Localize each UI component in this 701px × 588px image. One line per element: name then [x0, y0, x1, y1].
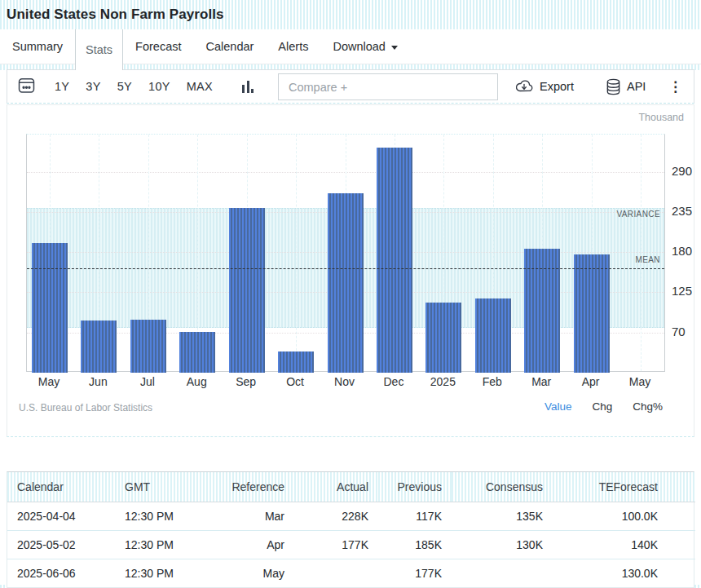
col-teforecast: TEForecast	[553, 472, 695, 502]
cell-calendar: 2025-04-04	[7, 502, 115, 530]
tab-summary-label: Summary	[12, 40, 63, 53]
col-gmt: GMT	[115, 472, 213, 502]
table-row[interactable]: 2025-04-04 12:30 PM Mar 228K 117K 135K 1…	[7, 502, 695, 530]
table-row[interactable]: 2025-06-06 12:30 PM May 177K 130.0K	[7, 559, 695, 587]
y-tick-label: 235	[672, 204, 692, 219]
date-range-button[interactable]	[17, 76, 36, 95]
cell-previous: 185K	[378, 530, 452, 559]
x-tick-label: Jun	[72, 375, 124, 388]
tab-forecast-label: Forecast	[135, 40, 181, 53]
col-reference: Reference	[213, 472, 294, 502]
tab-alerts-label: Alerts	[278, 40, 308, 53]
cell-gmt: 12:30 PM	[115, 559, 213, 587]
bar-Jun[interactable]	[81, 321, 117, 373]
x-axis-labels: MayJunJulAugSepOctNovDec2025FebMarAprMay	[26, 375, 670, 391]
cell-actual: 228K	[294, 502, 378, 530]
cell-teforecast: 130.0K	[553, 559, 695, 587]
variance-label: VARIANCE	[26, 210, 660, 219]
bar-Aug[interactable]	[179, 332, 215, 373]
tab-calendar-label: Calendar	[206, 40, 254, 53]
api-button[interactable]: API	[606, 70, 646, 103]
tab-alerts[interactable]: Alerts	[266, 29, 320, 64]
bar-Nov[interactable]	[328, 193, 364, 373]
cell-gmt: 12:30 PM	[115, 502, 213, 530]
col-actual: Actual	[294, 472, 378, 502]
col-calendar: Calendar	[7, 472, 115, 502]
caret-down-icon	[391, 46, 398, 50]
column-chart-icon	[242, 81, 254, 93]
range-5y[interactable]: 5Y	[117, 80, 132, 93]
range-1y[interactable]: 1Y	[55, 80, 69, 93]
tab-stats-label: Stats	[86, 43, 112, 56]
col-consensus: Consensus	[452, 472, 553, 502]
bar-Mar[interactable]	[524, 249, 560, 373]
title-bar: United States Non Farm Payrolls	[0, 0, 701, 29]
link-value[interactable]: Value	[544, 400, 572, 413]
x-tick-label: May	[614, 375, 666, 388]
x-tick-label: Aug	[170, 375, 223, 388]
tab-bar: Summary Stats Forecast Calendar Alerts D…	[0, 29, 701, 64]
cell-gmt: 12:30 PM	[115, 530, 213, 559]
link-chg-percent[interactable]: Chg%	[633, 400, 663, 413]
tab-download[interactable]: Download	[320, 29, 410, 64]
bar-2025[interactable]	[425, 303, 461, 373]
x-tick-label: May	[23, 375, 75, 388]
plot-area	[26, 134, 665, 372]
x-tick-label: Jul	[121, 375, 174, 388]
y-tick-label: 70	[672, 325, 686, 339]
mean-line	[27, 268, 664, 269]
range-10y[interactable]: 10Y	[148, 80, 170, 93]
page-title: United States Non Farm Payrolls	[0, 7, 224, 23]
bar-Feb[interactable]	[475, 298, 511, 373]
cell-calendar: 2025-06-06	[7, 559, 115, 587]
kebab-menu-icon[interactable]: ⋮	[668, 70, 682, 103]
x-tick-label: Oct	[269, 375, 321, 388]
table-row[interactable]: 2025-05-02 12:30 PM Apr 177K 185K 130K 1…	[7, 530, 695, 559]
bar-Sep[interactable]	[229, 208, 265, 373]
tab-stats[interactable]: Stats	[75, 29, 123, 70]
cell-previous: 117K	[378, 502, 452, 530]
gridline-x-May	[641, 135, 641, 371]
tab-summary[interactable]: Summary	[0, 29, 75, 64]
cell-consensus: 135K	[452, 502, 553, 530]
cell-actual: 177K	[294, 530, 378, 559]
chart-type-button[interactable]	[242, 78, 254, 93]
link-chg[interactable]: Chg	[592, 400, 612, 413]
y-tick-label: 180	[672, 244, 692, 259]
compare-input[interactable]	[278, 73, 498, 100]
export-label: Export	[540, 80, 574, 93]
bar-Oct[interactable]	[278, 351, 314, 373]
range-max[interactable]: MAX	[187, 80, 213, 93]
cell-teforecast: 140K	[553, 530, 695, 559]
cloud-download-icon	[514, 79, 534, 94]
range-3y[interactable]: 3Y	[86, 80, 100, 93]
chart-card: Thousand 70125180235290 MayJunJulAugSepO…	[7, 104, 694, 437]
cell-actual	[294, 559, 378, 587]
x-tick-label: Apr	[565, 375, 617, 388]
api-label: API	[627, 80, 646, 93]
source-attribution: U.S. Bureau of Labor Statistics	[19, 402, 152, 413]
y-axis-labels: 70125180235290	[672, 105, 695, 382]
tab-calendar[interactable]: Calendar	[194, 29, 267, 64]
cell-consensus: 130K	[452, 530, 553, 559]
cell-reference: Mar	[213, 502, 294, 530]
y-tick-label: 290	[672, 164, 692, 179]
database-icon	[606, 78, 621, 95]
cell-reference: May	[213, 559, 294, 587]
x-tick-label: Feb	[466, 375, 518, 388]
x-tick-label: 2025	[417, 375, 469, 388]
calendar-table: Calendar GMT Reference Actual Previous C…	[7, 471, 694, 588]
range-selector: 1Y 3Y 5Y 10Y MAX	[55, 70, 213, 103]
export-button[interactable]: Export	[514, 70, 574, 103]
tab-forecast[interactable]: Forecast	[123, 29, 193, 64]
cell-calendar: 2025-05-02	[7, 530, 115, 559]
table-header-row: Calendar GMT Reference Actual Previous C…	[7, 472, 695, 502]
bar-Apr[interactable]	[574, 254, 610, 373]
cell-reference: Apr	[213, 530, 294, 559]
bar-Jul[interactable]	[130, 320, 166, 373]
calendar-icon	[17, 76, 36, 95]
x-tick-label: Sep	[220, 375, 272, 388]
x-tick-label: Dec	[368, 375, 420, 388]
x-tick-label: Mar	[515, 375, 567, 388]
col-previous: Previous	[378, 472, 452, 502]
